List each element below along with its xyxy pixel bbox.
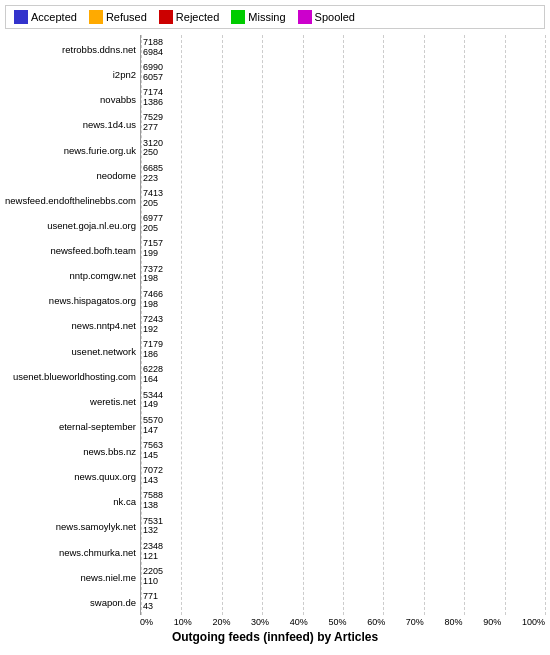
y-label: swapon.de — [5, 593, 140, 611]
y-label: news.1d4.us — [5, 116, 140, 134]
y-label: news.niel.me — [5, 568, 140, 586]
missing-label: Missing — [248, 11, 285, 23]
bar-value-label: 7072143 — [143, 466, 163, 486]
bar-value-label: 71886984 — [143, 38, 163, 58]
bar-value-label: 7531132 — [143, 517, 163, 537]
bar-value-label: 7179186 — [143, 340, 163, 360]
y-label: newsfeed.endofthelinebbs.com — [5, 191, 140, 209]
bar-row: 71741386 — [141, 89, 545, 107]
y-label: news.nntp4.net — [5, 317, 140, 335]
bar-row: 7466198 — [141, 291, 545, 309]
x-tick: 100% — [522, 617, 545, 627]
rejected-icon — [159, 10, 173, 24]
y-label: nntp.comgw.net — [5, 267, 140, 285]
y-label: news.samoylyk.net — [5, 518, 140, 536]
x-tick: 50% — [328, 617, 346, 627]
bar-value-label: 6685223 — [143, 164, 163, 184]
bar-value-label: 7588138 — [143, 491, 163, 511]
bar-value-label: 2205110 — [143, 567, 163, 587]
y-label: usenet.blueworldhosting.com — [5, 367, 140, 385]
x-tick: 40% — [290, 617, 308, 627]
bar-row: 7372198 — [141, 265, 545, 283]
bar-value-label: 77143 — [143, 592, 158, 612]
y-label: usenet.network — [5, 342, 140, 360]
y-label: news.furie.org.uk — [5, 141, 140, 159]
legend-accepted: Accepted — [14, 10, 77, 24]
bar-row: 7563145 — [141, 442, 545, 460]
y-label: usenet.goja.nl.eu.org — [5, 216, 140, 234]
bar-row: 6228164 — [141, 366, 545, 384]
y-label: neodome — [5, 166, 140, 184]
legend-missing: Missing — [231, 10, 285, 24]
accepted-icon — [14, 10, 28, 24]
y-label: novabbs — [5, 91, 140, 109]
y-label: nk.ca — [5, 493, 140, 511]
rejected-label: Rejected — [176, 11, 219, 23]
y-label: news.hispagatos.org — [5, 292, 140, 310]
bar-row: 7072143 — [141, 467, 545, 485]
missing-icon — [231, 10, 245, 24]
x-tick: 20% — [212, 617, 230, 627]
x-tick: 10% — [174, 617, 192, 627]
bar-row: 5344149 — [141, 391, 545, 409]
accepted-label: Accepted — [31, 11, 77, 23]
legend: Accepted Refused Rejected Missing Spoole… — [5, 5, 545, 29]
bar-value-label: 2348121 — [143, 542, 163, 562]
x-tick: 30% — [251, 617, 269, 627]
bar-value-label: 5570147 — [143, 416, 163, 436]
bar-value-label: 7243192 — [143, 315, 163, 335]
bars-area: 7188698469906057717413867529277312025066… — [140, 35, 545, 615]
bar-value-label: 7466198 — [143, 290, 163, 310]
bar-value-label: 7413205 — [143, 189, 163, 209]
bar-row: 2348121 — [141, 543, 545, 561]
bar-row: 6977205 — [141, 215, 545, 233]
y-label: eternal-september — [5, 417, 140, 435]
chart-area: retrobbs.ddns.neti2pn2novabbsnews.1d4.us… — [5, 35, 545, 615]
bar-row: 7243192 — [141, 316, 545, 334]
legend-rejected: Rejected — [159, 10, 219, 24]
spooled-label: Spooled — [315, 11, 355, 23]
bar-value-label: 7372198 — [143, 265, 163, 285]
bar-row: 7179186 — [141, 341, 545, 359]
x-tick: 90% — [483, 617, 501, 627]
bar-value-label: 7563145 — [143, 441, 163, 461]
bar-value-label: 71741386 — [143, 88, 163, 108]
bar-value-label: 6228164 — [143, 365, 163, 385]
legend-refused: Refused — [89, 10, 147, 24]
y-label: retrobbs.ddns.net — [5, 41, 140, 59]
bar-row: 3120250 — [141, 139, 545, 157]
y-label: i2pn2 — [5, 66, 140, 84]
bar-value-label: 3120250 — [143, 139, 163, 159]
bar-row: 7413205 — [141, 190, 545, 208]
bar-row: 7529277 — [141, 114, 545, 132]
x-axis: 0%10%20%30%40%50%60%70%80%90%100% — [5, 615, 545, 627]
grid-line — [545, 35, 546, 615]
refused-icon — [89, 10, 103, 24]
legend-spooled: Spooled — [298, 10, 355, 24]
y-label: news.chmurka.net — [5, 543, 140, 561]
x-tick: 70% — [406, 617, 424, 627]
bar-row: 77143 — [141, 593, 545, 611]
chart-title: Outgoing feeds (innfeed) by Articles — [5, 627, 545, 644]
chart-container: Accepted Refused Rejected Missing Spoole… — [0, 0, 550, 655]
bar-value-label: 7157199 — [143, 239, 163, 259]
bar-value-label: 69906057 — [143, 63, 163, 83]
bar-value-label: 6977205 — [143, 214, 163, 234]
bar-row: 7588138 — [141, 492, 545, 510]
bar-row: 5570147 — [141, 417, 545, 435]
y-labels: retrobbs.ddns.neti2pn2novabbsnews.1d4.us… — [5, 35, 140, 615]
refused-label: Refused — [106, 11, 147, 23]
bar-row: 71886984 — [141, 39, 545, 57]
spooled-icon — [298, 10, 312, 24]
bar-row: 7157199 — [141, 240, 545, 258]
bar-row: 2205110 — [141, 568, 545, 586]
y-label: weretis.net — [5, 392, 140, 410]
y-label: news.bbs.nz — [5, 443, 140, 461]
bar-row: 7531132 — [141, 517, 545, 535]
bar-value-label: 5344149 — [143, 391, 163, 411]
bar-value-label: 7529277 — [143, 113, 163, 133]
x-tick: 60% — [367, 617, 385, 627]
bar-row: 6685223 — [141, 165, 545, 183]
y-label: news.quux.org — [5, 468, 140, 486]
x-tick: 80% — [445, 617, 463, 627]
